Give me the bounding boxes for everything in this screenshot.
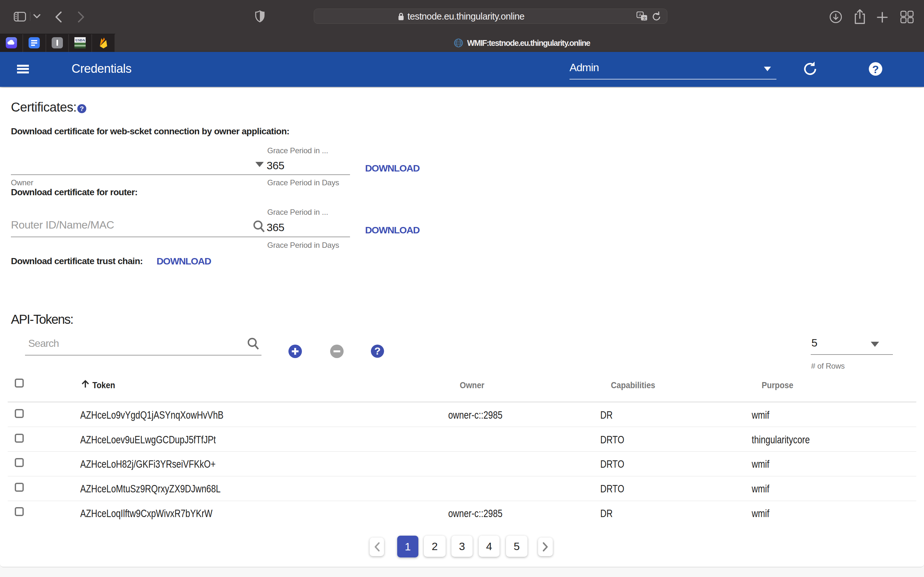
svg-text:文: 文 <box>643 16 646 21</box>
svg-text:USDA: USDA <box>75 38 85 42</box>
